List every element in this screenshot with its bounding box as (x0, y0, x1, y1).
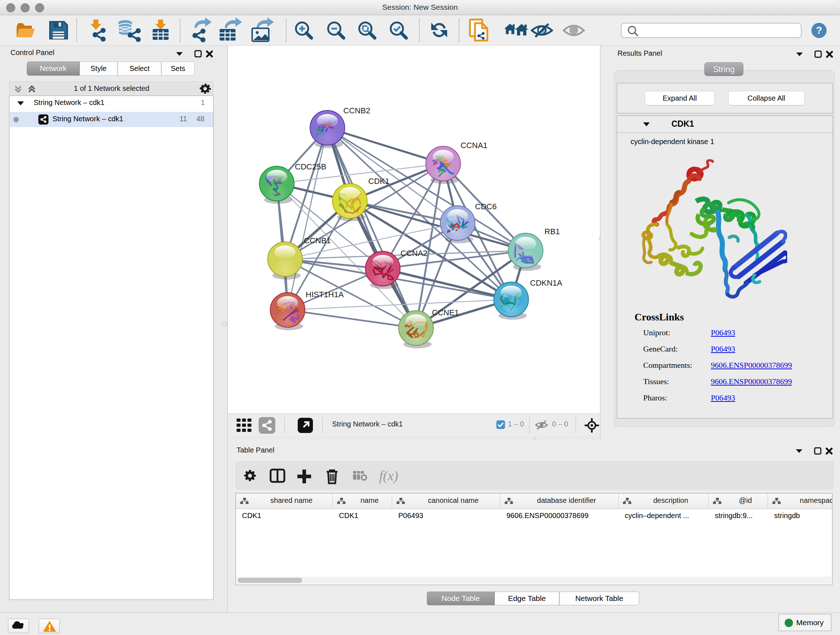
svg-text:HIST1H1A: HIST1H1A (306, 290, 344, 299)
svg-text:CDC25B: CDC25B (295, 162, 326, 171)
svg-text:CCNE1: CCNE1 (432, 308, 459, 317)
svg-text:CCNB1: CCNB1 (304, 236, 331, 245)
svg-text:RB1: RB1 (545, 227, 560, 236)
svg-text:CDC6: CDC6 (475, 202, 497, 211)
svg-text:CDKN1A: CDKN1A (530, 279, 562, 287)
svg-text:CCNA1: CCNA1 (461, 141, 488, 150)
svg-text:CDK1: CDK1 (368, 177, 390, 186)
svg-text:f(x): f(x) (379, 468, 398, 484)
svg-text:CCNB2: CCNB2 (343, 106, 370, 115)
svg-text:CCNA2: CCNA2 (401, 249, 428, 258)
